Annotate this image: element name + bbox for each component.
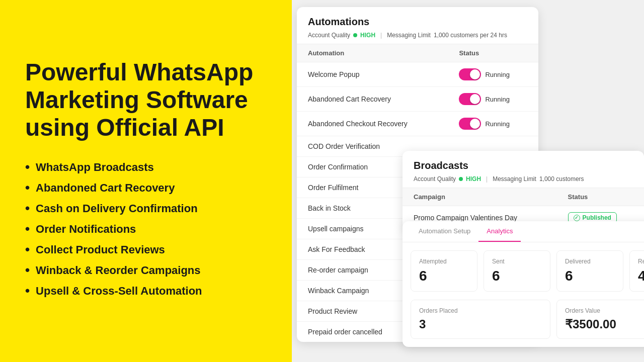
feature-item: Upsell & Cross-Sell Automation bbox=[25, 283, 267, 299]
broadcasts-meta: Account Quality HIGH | Messaging Limit 1… bbox=[414, 175, 633, 183]
stat-value: 6 bbox=[419, 268, 469, 284]
running-label: Running bbox=[485, 120, 509, 128]
messaging-limit-value: 1,000 customers per 24 hrs bbox=[434, 32, 507, 39]
bc-messaging-limit-label: Messaging Limit bbox=[493, 175, 536, 183]
order-value: 3 bbox=[419, 317, 542, 331]
automation-name: Welcome Popup bbox=[297, 62, 448, 87]
stat-label: Delivered bbox=[565, 258, 615, 265]
stat-value: 4 bbox=[638, 268, 644, 284]
quality-dot-icon bbox=[353, 33, 357, 37]
table-row: Abandoned Cart Recovery Running bbox=[297, 87, 538, 112]
automations-meta: Account Quality HIGH | Messaging Limit 1… bbox=[308, 32, 527, 39]
automations-table-header: Automation Status bbox=[297, 44, 538, 62]
right-panel: Automations Account Quality HIGH | Messa… bbox=[292, 0, 644, 362]
stat-label: Read bbox=[638, 258, 644, 265]
bc-account-quality-label: Account Quality bbox=[414, 175, 456, 183]
tab-analytics[interactable]: Analytics bbox=[478, 221, 521, 242]
toggle-switch[interactable] bbox=[459, 118, 481, 130]
toggle-container: Running bbox=[459, 68, 527, 80]
messaging-limit-label: Messaging Limit bbox=[387, 32, 431, 39]
main-heading: Powerful WhatsApp Marketing Software usi… bbox=[25, 58, 267, 142]
table-row: Welcome Popup Running bbox=[297, 62, 538, 87]
broadcasts-table-header: Campaign Status bbox=[403, 188, 644, 206]
stat-value: 6 bbox=[492, 268, 542, 284]
feature-item: Winback & Reorder Campaigns bbox=[25, 262, 267, 278]
stat-label: Sent bbox=[492, 258, 542, 265]
order-label: Orders Placed bbox=[419, 307, 542, 314]
account-quality-label: Account Quality bbox=[308, 32, 350, 39]
bc-quality-dot-icon bbox=[459, 177, 463, 181]
automation-status: Running bbox=[448, 87, 538, 112]
automation-status: Running bbox=[448, 62, 538, 87]
feature-item: Collect Product Reviews bbox=[25, 242, 267, 257]
feature-item: Order Notifications bbox=[25, 221, 267, 237]
automation-name: Abandoned Checkout Recovery bbox=[297, 112, 448, 136]
meta-separator: | bbox=[380, 32, 382, 39]
col-campaign: Campaign bbox=[403, 188, 557, 206]
toggle-switch[interactable] bbox=[459, 93, 481, 105]
broadcasts-card: Broadcasts Account Quality HIGH | Messag… bbox=[403, 151, 644, 230]
stat-label: Attempted bbox=[419, 258, 469, 265]
col-status: Status bbox=[448, 44, 538, 62]
order-card: Orders Value ₹3500.00 bbox=[556, 300, 644, 339]
features-list: WhatsApp BroadcastsAbandoned Cart Recove… bbox=[25, 159, 267, 304]
stat-card: Attempted 6 bbox=[411, 250, 477, 292]
bc-meta-separator: | bbox=[486, 175, 488, 183]
automations-title: Automations bbox=[308, 16, 527, 28]
stat-value: 6 bbox=[565, 268, 615, 284]
stat-card: Delivered 6 bbox=[556, 250, 623, 292]
automation-status: Running bbox=[448, 112, 538, 136]
tab-automation-setup[interactable]: Automation Setup bbox=[411, 221, 478, 242]
published-label: Published bbox=[583, 214, 611, 221]
check-circle-icon: ✓ bbox=[574, 215, 580, 221]
quality-level: HIGH bbox=[360, 32, 375, 39]
analytics-panel: Automation Setup Analytics Attempted 6 S… bbox=[403, 221, 644, 347]
col-bc-status: Status bbox=[557, 188, 644, 206]
left-panel: Powerful WhatsApp Marketing Software usi… bbox=[0, 0, 292, 362]
broadcasts-header: Broadcasts Account Quality HIGH | Messag… bbox=[403, 151, 644, 188]
toggle-container: Running bbox=[459, 118, 527, 130]
bc-quality-level: HIGH bbox=[466, 175, 481, 183]
order-label: Orders Value bbox=[565, 307, 644, 314]
order-value: ₹3500.00 bbox=[565, 317, 644, 331]
running-label: Running bbox=[485, 71, 509, 78]
broadcasts-title: Broadcasts bbox=[414, 160, 633, 171]
stat-card: Sent 6 bbox=[484, 250, 550, 292]
stat-card: Read 4 bbox=[629, 250, 644, 292]
feature-item: Cash on Delivery Confirmation bbox=[25, 201, 267, 216]
toggle-switch[interactable] bbox=[459, 68, 481, 80]
analytics-orders: Orders Placed 3 Orders Value ₹3500.00 bbox=[403, 300, 644, 347]
automation-name: Abandoned Cart Recovery bbox=[297, 87, 448, 112]
analytics-stats: Attempted 6 Sent 6 Delivered 6 Read 4 bbox=[403, 242, 644, 300]
running-label: Running bbox=[485, 96, 509, 103]
order-card: Orders Placed 3 bbox=[411, 300, 550, 339]
analytics-tabs: Automation Setup Analytics bbox=[403, 221, 644, 242]
toggle-container: Running bbox=[459, 93, 527, 105]
feature-item: Abandoned Cart Recovery bbox=[25, 180, 267, 196]
automations-header: Automations Account Quality HIGH | Messa… bbox=[297, 7, 538, 44]
col-automation: Automation bbox=[297, 44, 448, 62]
feature-item: WhatsApp Broadcasts bbox=[25, 159, 267, 175]
table-row: Abandoned Checkout Recovery Running bbox=[297, 112, 538, 136]
bc-messaging-limit-value: 1,000 customers bbox=[539, 175, 584, 183]
